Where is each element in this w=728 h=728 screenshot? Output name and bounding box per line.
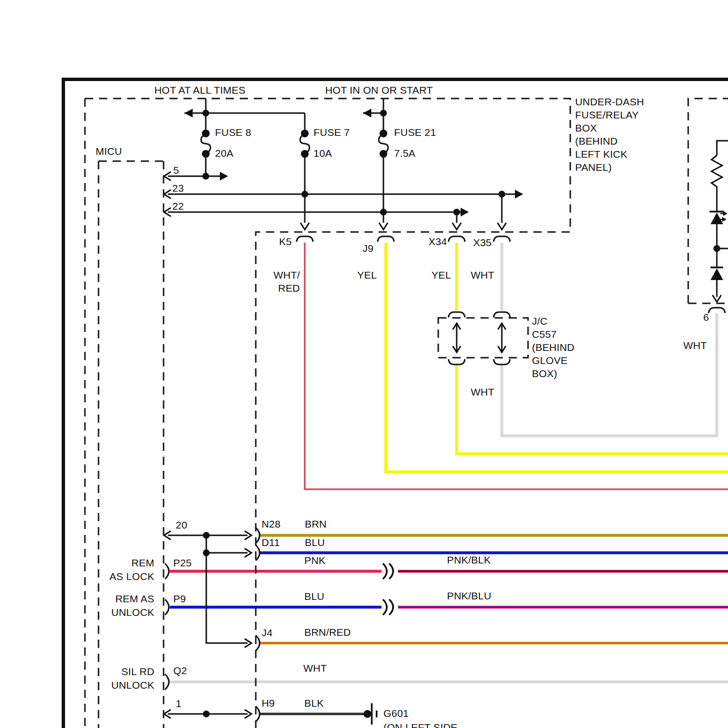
wire-color-brn-red: BRN/RED <box>304 626 351 639</box>
header-hot-in-on-or-start: HOT IN ON OR START <box>325 84 433 97</box>
fuse21-name: FUSE 21 <box>394 126 436 139</box>
connector-cap-j9 <box>378 236 394 242</box>
jc-label-line4: GLOVE <box>532 354 567 367</box>
jc-label-line5: BOX) <box>532 367 557 380</box>
wiring-diagram-page: HOT AT ALL TIMES HOT IN ON OR START UNDE… <box>0 0 728 728</box>
wire-color-wht-pin6: WHT <box>683 339 707 352</box>
inline-connector-p25 <box>383 563 393 579</box>
micu-pin-22: 22 <box>172 200 184 213</box>
inline-connector-p9 <box>383 599 393 615</box>
connector-label-h9: H9 <box>262 697 275 710</box>
underdash-box-label-line2: FUSE/RELAY <box>575 109 639 121</box>
connector-bracket-p25 <box>165 563 169 579</box>
junction-vertical-to-j4 <box>206 535 248 643</box>
indicator-pin-6: 6 <box>703 311 709 324</box>
wire-color-blu-p9: BLU <box>304 590 324 603</box>
wire-color-wht-q2: WHT <box>303 662 327 675</box>
underdash-box-label-line3: BOX <box>575 122 597 134</box>
signal-rem-as-lock-line2: AS LOCK <box>78 570 154 583</box>
connector-cap-jc-top-2 <box>494 312 510 317</box>
indicator-feed <box>717 141 728 155</box>
junction-dot <box>301 191 308 198</box>
connector-label-x35: X35 <box>473 236 492 249</box>
wire-color-blu-d11: BLU <box>305 536 325 549</box>
underdash-box-label-line5: LEFT KICK <box>575 148 628 161</box>
resistor-element <box>711 155 722 212</box>
connector-bracket-p9 <box>165 599 169 615</box>
micu-pin-20: 20 <box>176 519 187 531</box>
wire-color-blk: BLK <box>304 697 324 710</box>
fuse7-name: FUSE 7 <box>314 126 350 139</box>
jc-label-line3: (BEHIND <box>532 341 575 354</box>
arrow-filled-right-pin22 <box>461 208 469 216</box>
connector-label-p25: P25 <box>173 557 192 569</box>
junction-dot <box>202 110 209 116</box>
wire-color-pnk-blk: PNK/BLK <box>447 554 491 566</box>
arrow-filled-right-pin23 <box>515 190 523 199</box>
connector-cap-pin6 <box>709 308 725 313</box>
wire-color-wht-red-line2: RED <box>252 282 300 295</box>
wire-color-pnk-blu: PNK/BLU <box>447 590 491 602</box>
junction-dot <box>498 191 505 198</box>
led-emission-head-1 <box>723 211 728 216</box>
connector-label-n28: N28 <box>262 518 281 530</box>
filled-symbols <box>62 78 728 728</box>
micu-pin-5: 5 <box>173 164 179 177</box>
ground-location-label: (ON LEFT SIDE <box>383 721 458 728</box>
wire-group <box>170 243 728 714</box>
indicator-box-outline <box>688 99 728 303</box>
underdash-box-label-line6: PANEL) <box>575 161 612 174</box>
underdash-box-label-line4: (BEHIND <box>575 135 618 148</box>
wire-color-wht-x35: WHT <box>471 269 494 281</box>
signal-sil-rd-unlock-line1: SIL RD <box>78 665 154 678</box>
ground-id-label: G601 <box>383 707 409 720</box>
header-hot-at-all-times: HOT AT ALL TIMES <box>154 84 246 97</box>
arrow-open-down-x35 <box>497 223 506 230</box>
arrow-open-down-x34 <box>452 223 461 230</box>
junction-dot <box>203 711 210 717</box>
wire-color-yel-x34: YEL <box>431 269 451 281</box>
connector-cup-jc-bottom-2 <box>494 359 510 364</box>
micu-pin-23: 23 <box>172 182 184 195</box>
wire-color-wht-below-jc: WHT <box>471 386 494 398</box>
fuse21-rating: 7.5A <box>394 147 415 160</box>
connector-label-j9: J9 <box>363 242 374 255</box>
junction-dot <box>713 245 720 252</box>
fuse8-top-dot <box>202 130 210 137</box>
connector-label-j4: J4 <box>262 627 273 639</box>
jc-label-line2: C557 <box>532 328 557 341</box>
page-border-top <box>62 78 728 81</box>
led-triangle <box>711 213 723 224</box>
arrow-filled-right-pin5 <box>220 172 228 181</box>
junction-dot <box>380 209 387 215</box>
connector-cap-x34 <box>448 236 465 242</box>
connector-label-x34: X34 <box>429 235 447 248</box>
page-border-left <box>62 78 65 728</box>
wire-color-wht-red-line1: WHT/ <box>252 269 300 281</box>
jc-c557-box <box>438 318 528 358</box>
wire-color-pnk: PNK <box>304 554 326 567</box>
connector-label-k5: K5 <box>279 235 292 248</box>
signal-rem-as-unlock-line2: UNLOCK <box>78 606 154 619</box>
underdash-box-label-line1: UNDER-DASH <box>575 96 644 108</box>
fuse21-top-dot <box>380 130 387 137</box>
wire-color-yel-j9: YEL <box>357 269 377 281</box>
signal-sil-rd-unlock-line2: UNLOCK <box>78 679 154 692</box>
connector-cap-jc-top-1 <box>448 312 465 317</box>
micu-box-outline <box>99 161 164 728</box>
junction-dot <box>203 549 210 556</box>
connector-label-d11: D11 <box>262 536 280 549</box>
wire-yel-x34-lower <box>457 365 728 454</box>
wire-color-brn: BRN <box>305 518 327 530</box>
fuse7-rating: 10A <box>314 147 332 160</box>
circuit-lines <box>168 99 728 725</box>
fuse8-bottom-dot <box>202 150 210 158</box>
jc-label-line1: J/C <box>532 315 547 328</box>
arrow-filled-left-supply-a <box>184 109 193 117</box>
arrow-filled-left-supply-b <box>363 109 371 117</box>
arrow-open-down-k5 <box>300 223 309 230</box>
connector-cap-k5 <box>297 236 313 242</box>
led-emission-head-2 <box>722 217 727 222</box>
junction-dot <box>380 110 387 116</box>
diode-triangle <box>711 268 723 280</box>
